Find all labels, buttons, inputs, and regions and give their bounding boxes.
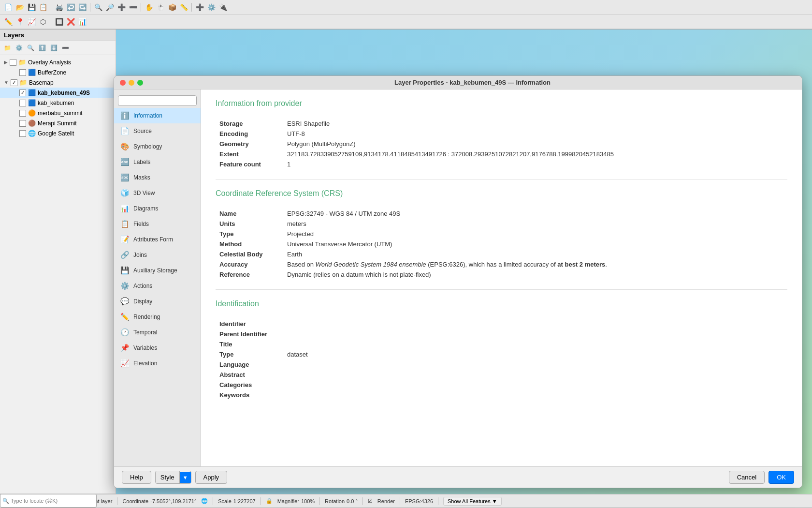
digitize-btn[interactable]: ✏️ — [3, 16, 14, 27]
add-line-btn[interactable]: 📈 — [26, 16, 37, 27]
layer-item-basemap[interactable]: ▼ ✓ 📁 Basemap — [0, 77, 116, 88]
zoom-in-btn[interactable]: ➕ — [116, 2, 127, 13]
select-feature-btn[interactable]: 🔲 — [54, 16, 64, 27]
layer-label-basemap: Basemap — [29, 79, 54, 86]
sidebar-label-fields: Fields — [133, 221, 149, 227]
layer-item-google-satelit[interactable]: 🌐 Google Satelit — [0, 128, 116, 138]
identify-btn[interactable]: 🖱️ — [155, 2, 166, 13]
sidebar-item-labels[interactable]: 🔤 Labels — [114, 154, 201, 170]
save-project-btn[interactable]: 💾 — [26, 2, 37, 13]
add-layer-btn[interactable]: ➕ — [194, 2, 205, 13]
save-as-btn[interactable]: 📋 — [38, 2, 48, 13]
layer-item-overlay-analysis[interactable]: ▶ 📁 Overlay Analysis — [0, 57, 116, 67]
measure-btn[interactable]: 📏 — [178, 2, 189, 13]
sidebar-item-display[interactable]: 💬 Display — [114, 294, 201, 309]
add-polygon-btn[interactable]: ⬡ — [38, 16, 48, 27]
sidebar-search-input[interactable] — [118, 95, 197, 106]
collapse-all-btn[interactable]: ⬆️ — [37, 43, 47, 53]
table-row: Feature count1 — [216, 159, 787, 169]
layer-icon-merapi-summit: 🟤 — [28, 120, 36, 127]
sidebar-item-information[interactable]: ℹ️ Information — [114, 108, 201, 123]
table-row: NameEPSG:32749 - WGS 84 / UTM zone 49S — [216, 209, 787, 219]
field-value — [283, 339, 787, 349]
manage-layers-btn[interactable]: ⚙️ — [14, 43, 24, 53]
layer-item-merapi-summit[interactable]: 🟤 Merapi Summit — [0, 118, 116, 128]
sidebar-item-attributes-form[interactable]: 📝 Attributes Form — [114, 232, 201, 247]
field-value — [283, 380, 787, 390]
sidebar-icon-source: 📄 — [120, 126, 130, 136]
table-row: TypeProjected — [216, 229, 787, 239]
cancel-button[interactable]: Cancel — [729, 471, 765, 484]
ok-button[interactable]: OK — [768, 471, 794, 484]
sidebar-search-area — [114, 93, 201, 108]
layer-checkbox-merapi-summit[interactable] — [19, 120, 26, 127]
layer-checkbox-kab-kebumen[interactable] — [19, 100, 26, 106]
zoom-full-btn[interactable]: 🔍 — [93, 2, 103, 13]
layer-item-kab-kebumen-49s[interactable]: ✓ 🟦 kab_kebumen_49S — [0, 88, 116, 98]
locate-input[interactable] — [11, 498, 78, 504]
layer-checkbox-google-satelit[interactable] — [19, 130, 26, 137]
sidebar-item-variables[interactable]: 📌 Variables — [114, 340, 201, 356]
zoom-out-btn[interactable]: ➖ — [128, 2, 138, 13]
layer-checkbox-kab-kebumen-49s[interactable]: ✓ — [19, 90, 26, 96]
plugins-btn[interactable]: 🔌 — [218, 2, 228, 13]
toolbar-row-1: 📄 📂 💾 📋 🖨️ ↩️ ↪️ 🔍 🔎 ➕ ➖ ✋ 🖱️ 📦 📏 ➕ ⚙️ 🔌 — [0, 0, 812, 15]
layer-checkbox-merbabu-summit[interactable] — [19, 110, 26, 117]
sep-4 — [191, 3, 192, 12]
scale-section: Scale 1:227207 — [218, 498, 255, 504]
sidebar-item-temporal[interactable]: 🕐 Temporal — [114, 325, 201, 340]
sidebar-item-actions[interactable]: ⚙️ Actions — [114, 278, 201, 294]
field-value: EPSG:32749 - WGS 84 / UTM zone 49S — [283, 209, 787, 219]
sidebar-item-rendering[interactable]: ✏️ Rendering — [114, 309, 201, 325]
dialog-maximize-btn[interactable] — [137, 80, 143, 86]
epsg-label[interactable]: EPSG:4326 — [405, 498, 433, 504]
apply-button[interactable]: Apply — [195, 471, 228, 484]
field-value: meters — [283, 219, 787, 229]
select-btn[interactable]: 📦 — [167, 2, 177, 13]
undo-btn[interactable]: ↩️ — [65, 2, 76, 13]
print-btn[interactable]: 🖨️ — [54, 2, 64, 13]
expand-all-btn[interactable]: ⬇️ — [48, 43, 59, 53]
help-button[interactable]: Help — [122, 471, 151, 484]
layer-checkbox-bufferzone[interactable] — [19, 69, 26, 76]
coordinate-icon[interactable]: 🌐 — [201, 498, 208, 504]
sidebar-item-diagrams[interactable]: 📊 Diagrams — [114, 201, 201, 216]
redo-btn[interactable]: ↪️ — [77, 2, 87, 13]
processing-btn[interactable]: ⚙️ — [206, 2, 217, 13]
layer-checkbox-overlay-analysis[interactable] — [10, 59, 16, 66]
sidebar-item-source[interactable]: 📄 Source — [114, 123, 201, 139]
sidebar-item-3d-view[interactable]: 🧊 3D View — [114, 185, 201, 201]
new-project-btn[interactable]: 📄 — [3, 2, 14, 13]
scale-value: 1:227207 — [233, 498, 256, 504]
layer-icon-bufferzone: 🟦 — [28, 69, 36, 76]
add-group-btn[interactable]: 📁 — [2, 43, 13, 53]
sidebar-item-auxiliary-storage[interactable]: 💾 Auxiliary Storage — [114, 263, 201, 278]
sidebar-item-elevation[interactable]: 📈 Elevation — [114, 356, 201, 371]
attribute-table-btn[interactable]: 📊 — [77, 16, 87, 27]
lock-icon[interactable]: 🔒 — [266, 498, 273, 504]
style-dropdown-btn[interactable]: ▼ — [180, 472, 191, 483]
open-project-btn[interactable]: 📂 — [14, 2, 25, 13]
pan-btn[interactable]: ✋ — [144, 2, 154, 13]
render-checkbox[interactable]: ☑ — [368, 498, 373, 504]
status-sep-4 — [261, 497, 261, 505]
layer-item-merbabu-summit[interactable]: 🟠 merbabu_summit — [0, 108, 116, 118]
layer-checkbox-basemap[interactable]: ✓ — [11, 79, 17, 86]
sidebar-item-joins[interactable]: 🔗 Joins — [114, 247, 201, 263]
layer-item-bufferzone[interactable]: 🟦 BufferZone — [0, 67, 116, 77]
dialog-minimize-btn[interactable] — [129, 80, 134, 86]
sidebar-item-symbology[interactable]: 🎨 Symbology — [114, 139, 201, 154]
sidebar-item-masks[interactable]: 🔤 Masks — [114, 170, 201, 185]
add-point-btn[interactable]: 📍 — [14, 16, 25, 27]
filter-layers-btn[interactable]: 🔍 — [25, 43, 36, 53]
sidebar-item-fields[interactable]: 📋 Fields — [114, 216, 201, 232]
zoom-layer-btn[interactable]: 🔎 — [104, 2, 115, 13]
layer-item-kab-kebumen[interactable]: 🟦 kab_kebumen — [0, 98, 116, 108]
deselect-btn[interactable]: ❌ — [65, 16, 76, 27]
field-key: Abstract — [216, 370, 283, 380]
table-row: Extent321183.728339052759109,9134178.411… — [216, 149, 787, 159]
search-icon: 🔍 — [2, 498, 9, 504]
remove-layer-btn[interactable]: ➖ — [60, 43, 71, 53]
show-features-btn[interactable]: Show All Features ▼ — [443, 497, 502, 506]
dialog-close-btn[interactable] — [120, 80, 126, 86]
